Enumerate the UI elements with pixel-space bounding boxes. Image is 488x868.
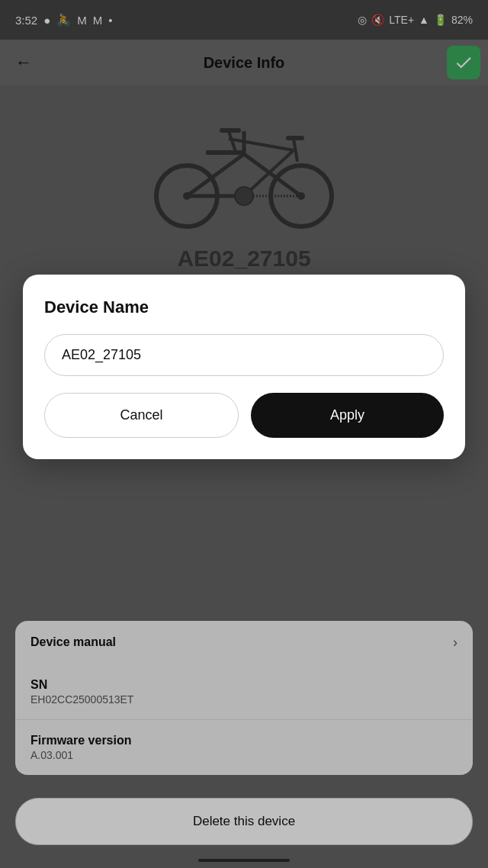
apply-button[interactable]: Apply [251, 393, 444, 438]
device-name-input[interactable] [44, 334, 444, 376]
cancel-button[interactable]: Cancel [44, 393, 239, 438]
modal-title: Device Name [44, 297, 444, 317]
modal-overlay: Device Name Cancel Apply [0, 0, 488, 868]
device-name-modal: Device Name Cancel Apply [23, 275, 465, 459]
content-layer: 3:52 ● 🚴 M M • ◎ 🔇 LTE+ ▲ 🔋 82% ← Device… [0, 0, 488, 868]
modal-buttons: Cancel Apply [44, 393, 444, 438]
page: 3:52 ● 🚴 M M • ◎ 🔇 LTE+ ▲ 🔋 82% ← Device… [0, 0, 488, 868]
